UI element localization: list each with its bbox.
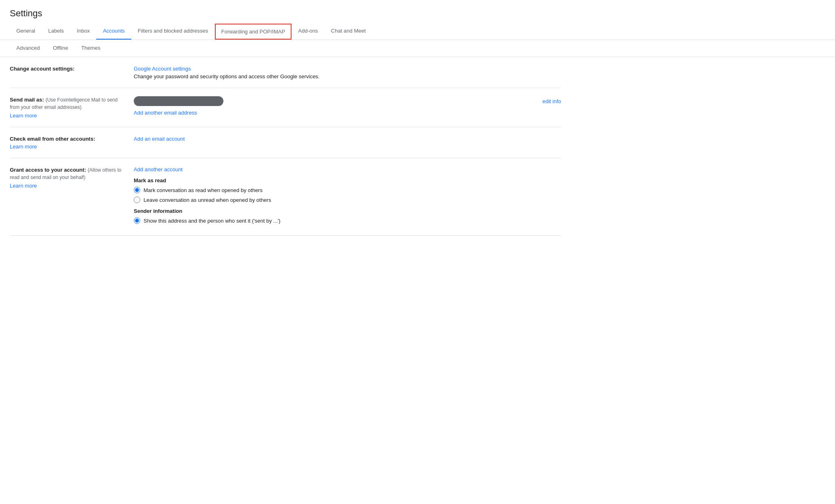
grant-header-row: Add another account — [134, 166, 561, 172]
change-account-title: Change account settings: — [10, 66, 75, 72]
change-account-label: Change account settings: — [10, 65, 124, 80]
email-pill — [134, 96, 223, 106]
section-change-account: Change account settings: Google Account … — [10, 57, 561, 88]
check-email-value: Add an email account — [134, 135, 561, 150]
settings-content: Change account settings: Google Account … — [0, 57, 571, 236]
send-mail-title: Send mail as: — [10, 97, 44, 103]
add-another-account-link[interactable]: Add another account — [134, 166, 183, 172]
tab-general[interactable]: General — [10, 23, 42, 40]
google-account-settings-link[interactable]: Google Account settings — [134, 66, 191, 72]
radio-mark-read[interactable]: Mark conversation as read when opened by… — [134, 187, 561, 193]
tab-filters[interactable]: Filters and blocked addresses — [131, 23, 215, 40]
tab-advanced[interactable]: Advanced — [10, 40, 46, 57]
radio-leave-unread[interactable]: Leave conversation as unread when opened… — [134, 197, 561, 203]
tab-offline[interactable]: Offline — [46, 40, 75, 57]
grant-access-title: Grant access to your account: — [10, 167, 86, 173]
radio-mark-read-label: Mark conversation as read when opened by… — [144, 187, 263, 193]
radio-leave-unread-input[interactable] — [134, 197, 140, 203]
sender-info-radio-group: Show this address and the person who sen… — [134, 217, 561, 224]
tab-addons[interactable]: Add-ons — [292, 23, 324, 40]
section-send-mail: Send mail as: (Use Foxintelligence Mail … — [10, 88, 561, 127]
send-mail-row: edit info — [134, 96, 561, 106]
send-mail-learn-more[interactable]: Learn more — [10, 113, 124, 119]
grant-access-learn-more[interactable]: Learn more — [10, 183, 124, 189]
tab-accounts[interactable]: Accounts — [96, 23, 131, 40]
tab-forwarding[interactable]: Forwarding and POP/IMAP — [215, 24, 292, 40]
tabs-row-2: Advanced Offline Themes — [0, 40, 835, 57]
tab-labels[interactable]: Labels — [42, 23, 70, 40]
grant-access-label: Grant access to your account: (Allow oth… — [10, 166, 124, 227]
send-mail-left — [134, 96, 223, 106]
tab-inbox[interactable]: Inbox — [71, 23, 97, 40]
check-email-label: Check email from other accounts: Learn m… — [10, 135, 124, 150]
add-another-email-link[interactable]: Add another email address — [134, 110, 197, 116]
page-title: Settings — [0, 0, 835, 23]
send-mail-value: edit info Add another email address — [134, 96, 561, 119]
grant-access-value: Add another account Mark as read Mark co… — [134, 166, 561, 227]
add-email-account-link[interactable]: Add an email account — [134, 136, 185, 142]
radio-mark-read-input[interactable] — [134, 187, 140, 193]
check-email-learn-more[interactable]: Learn more — [10, 144, 124, 150]
radio-show-address[interactable]: Show this address and the person who sen… — [134, 217, 561, 224]
tabs-row-1: General Labels Inbox Accounts Filters an… — [0, 23, 835, 40]
radio-show-address-input[interactable] — [134, 217, 140, 224]
tab-chat[interactable]: Chat and Meet — [325, 23, 372, 40]
tab-themes[interactable]: Themes — [75, 40, 107, 57]
radio-leave-unread-label: Leave conversation as unread when opened… — [144, 197, 271, 203]
change-account-value: Google Account settings Change your pass… — [134, 65, 561, 80]
sender-info-heading: Sender information — [134, 208, 561, 214]
change-account-desc: Change your password and security option… — [134, 73, 561, 80]
edit-info-link[interactable]: edit info — [542, 98, 561, 104]
check-email-title: Check email from other accounts: — [10, 136, 95, 142]
mark-read-radio-group: Mark conversation as read when opened by… — [134, 187, 561, 203]
send-mail-label: Send mail as: (Use Foxintelligence Mail … — [10, 96, 124, 119]
section-check-email: Check email from other accounts: Learn m… — [10, 127, 561, 158]
section-grant-access: Grant access to your account: (Allow oth… — [10, 158, 561, 236]
mark-as-read-heading: Mark as read — [134, 177, 561, 183]
radio-show-address-label: Show this address and the person who sen… — [144, 218, 281, 224]
